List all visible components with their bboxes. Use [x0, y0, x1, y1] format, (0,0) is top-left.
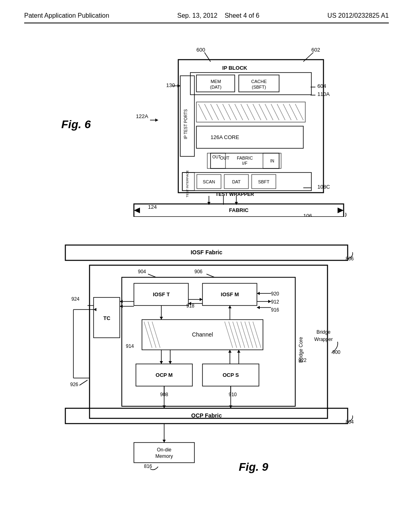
label-600: 600	[196, 47, 205, 53]
svg-line-35	[295, 104, 303, 120]
svg-line-27	[247, 104, 255, 120]
label-130: 130	[166, 82, 175, 88]
svg-line-106	[237, 322, 245, 348]
svg-line-133	[79, 380, 88, 385]
label-916: 916	[271, 307, 279, 313]
svg-line-1	[303, 52, 313, 62]
label-906: 906	[194, 269, 202, 274]
svg-line-28	[253, 104, 261, 120]
svg-line-19	[198, 104, 206, 120]
svg-text:OUT: OUT	[220, 156, 229, 160]
label-108C: 108C	[317, 184, 330, 190]
svg-marker-112	[160, 317, 163, 320]
fig9-svg: IOSF Fabric 806 900 Bridge Wrapper 904 9…	[41, 241, 372, 491]
svg-line-21	[211, 104, 219, 120]
svg-marker-15	[177, 84, 180, 87]
svg-line-103	[225, 322, 233, 348]
svg-text:OCP S: OCP S	[223, 372, 239, 378]
svg-text:TC: TC	[103, 315, 111, 321]
svg-text:OCP M: OCP M	[156, 372, 173, 378]
figure-6: Fig. 6 600 602 IP BLOCK MEM (DAT)	[53, 39, 360, 217]
svg-marker-120	[169, 361, 172, 364]
svg-line-105	[233, 322, 241, 348]
svg-marker-97	[257, 306, 260, 309]
svg-marker-137	[163, 440, 166, 443]
svg-line-0	[204, 52, 211, 62]
svg-text:MEM: MEM	[211, 79, 221, 84]
header-right: US 2012/0232825 A1	[327, 12, 389, 19]
svg-line-26	[241, 104, 249, 120]
svg-text:Bridge: Bridge	[317, 329, 331, 335]
svg-line-108	[245, 322, 253, 348]
svg-line-72	[206, 274, 215, 277]
label-900: 900	[332, 349, 340, 355]
svg-line-101	[148, 322, 156, 348]
svg-line-22	[217, 104, 225, 120]
svg-text:126A  CORE: 126A CORE	[211, 134, 239, 140]
svg-line-100	[144, 322, 152, 348]
svg-line-102	[152, 322, 160, 348]
svg-marker-65	[338, 208, 344, 213]
label-806: 806	[346, 256, 354, 262]
fig6-svg: 600 602 IP BLOCK MEM (DAT) CACHE (SBFT)	[53, 39, 360, 217]
svg-line-33	[283, 104, 291, 120]
svg-text:(DAT): (DAT)	[210, 85, 222, 89]
svg-marker-83	[200, 298, 202, 301]
svg-text:SBFT: SBFT	[258, 179, 269, 184]
svg-marker-118	[228, 350, 232, 353]
svg-text:SCAN: SCAN	[203, 179, 215, 184]
label-904: 904	[138, 269, 146, 274]
svg-text:IOSF Fabric: IOSF Fabric	[191, 249, 223, 256]
svg-line-29	[259, 104, 267, 120]
label-602: 602	[311, 47, 320, 53]
ip-block-label: IP BLOCK	[222, 65, 247, 71]
svg-line-71	[148, 274, 156, 277]
label-804: 804	[346, 419, 354, 425]
svg-marker-87	[120, 300, 123, 303]
svg-text:IN: IN	[270, 159, 274, 163]
header-center: Sep. 13, 2012 Sheet 4 of 6	[177, 12, 259, 19]
label-122A: 122A	[136, 113, 148, 119]
svg-marker-17	[155, 118, 158, 122]
label-910: 910	[229, 392, 237, 397]
svg-text:IOSF T: IOSF T	[153, 291, 170, 297]
svg-rect-73	[122, 277, 295, 406]
svg-text:IOSF M: IOSF M	[221, 291, 239, 297]
figure-9: IOSF Fabric 806 900 Bridge Wrapper 904 9…	[41, 241, 372, 491]
label-124: 124	[148, 204, 157, 210]
svg-text:TEST INTERFACE: TEST INTERFACE	[186, 170, 189, 197]
page: Patent Application Publication Sep. 13, …	[0, 0, 413, 532]
label-924: 924	[71, 296, 79, 302]
svg-text:OUT: OUT	[212, 155, 221, 159]
svg-line-34	[289, 104, 297, 120]
svg-line-32	[277, 104, 285, 120]
svg-rect-68	[90, 265, 327, 418]
svg-marker-122	[237, 350, 240, 353]
svg-line-109	[249, 322, 257, 348]
svg-text:TEST WRAPPER: TEST WRAPPER	[215, 191, 254, 197]
svg-marker-93	[257, 292, 260, 295]
svg-text:On-die: On-die	[157, 447, 171, 453]
svg-line-24	[229, 104, 237, 120]
svg-text:DAT: DAT	[232, 179, 240, 184]
svg-marker-114	[228, 305, 232, 308]
svg-line-30	[265, 104, 273, 120]
svg-line-25	[235, 104, 243, 120]
label-912: 912	[271, 299, 279, 305]
svg-text:I/F: I/F	[242, 161, 248, 166]
svg-rect-46	[182, 172, 311, 191]
svg-text:CACHE: CACHE	[251, 79, 267, 84]
svg-text:Memory: Memory	[155, 453, 173, 459]
label-110A: 110A	[317, 91, 330, 97]
svg-rect-138	[134, 443, 194, 463]
svg-text:IP TEST PORTS: IP TEST PORTS	[184, 109, 188, 139]
svg-line-104	[229, 322, 237, 348]
svg-marker-116	[160, 361, 163, 364]
svg-text:FABRIC: FABRIC	[229, 207, 249, 213]
svg-text:FABRIC: FABRIC	[237, 156, 253, 160]
svg-line-20	[204, 104, 213, 120]
label-922: 922	[298, 357, 307, 363]
svg-marker-95	[268, 300, 271, 303]
header-left: Patent Application Publication	[24, 12, 109, 19]
label-816: 816	[144, 463, 152, 469]
